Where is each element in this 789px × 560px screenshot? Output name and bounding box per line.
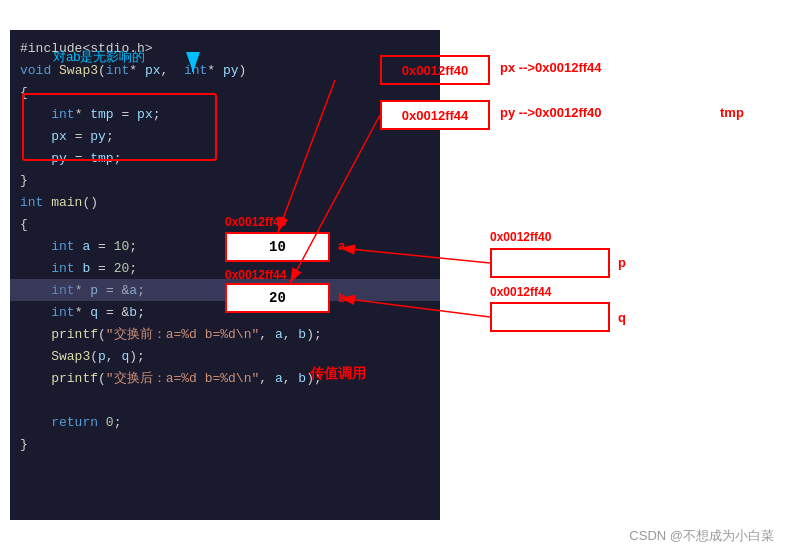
csdn-watermark: CSDN @不想成为小白菜 bbox=[629, 527, 774, 545]
addr-a-label: 0x0012ff40 bbox=[225, 215, 286, 229]
px-addr-box: 0x0012ff40 bbox=[380, 55, 490, 85]
label-a: a bbox=[338, 238, 345, 253]
cyan-annotation: 对ab是无影响的 bbox=[53, 48, 145, 66]
px-label: px -->0x0012ff44 bbox=[500, 60, 602, 75]
addr-p-label: 0x0012ff40 bbox=[490, 230, 551, 244]
py-label: py -->0x0012ff40 bbox=[500, 105, 602, 120]
void-keyword: void bbox=[20, 63, 51, 78]
addr-b-label: 0x0012ff44 bbox=[225, 268, 286, 282]
label-b: b bbox=[338, 290, 346, 305]
q-box bbox=[490, 302, 610, 332]
value-b-box: 20 bbox=[225, 283, 330, 313]
p-box bbox=[490, 248, 610, 278]
tmp-label: tmp bbox=[720, 105, 744, 120]
call-type-label: 传值调用 bbox=[310, 365, 366, 383]
addr-q-label: 0x0012ff44 bbox=[490, 285, 551, 299]
py-addr-box: 0x0012ff44 bbox=[380, 100, 490, 130]
label-q: q bbox=[618, 310, 626, 325]
value-a-box: 10 bbox=[225, 232, 330, 262]
label-p: p bbox=[618, 255, 626, 270]
